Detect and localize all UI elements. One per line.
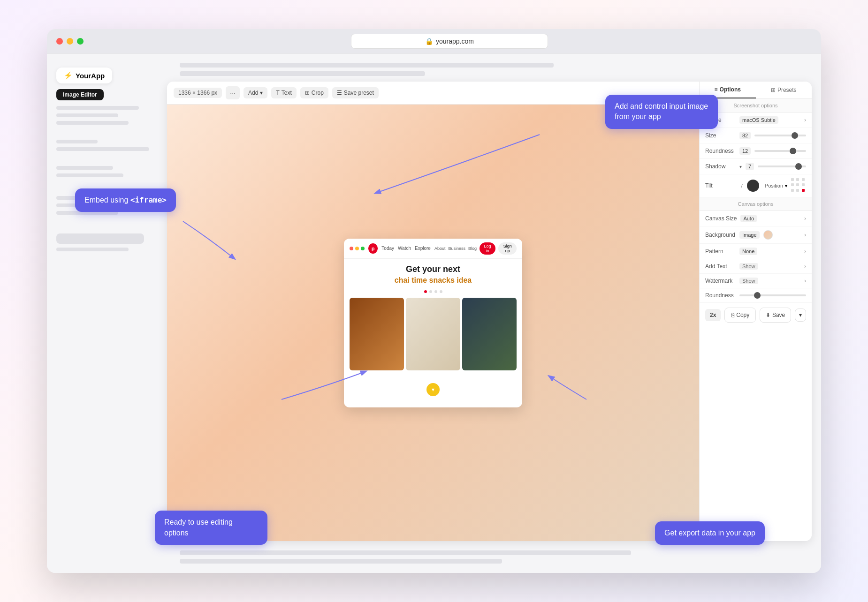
add-text-chevron[interactable]: ›: [804, 263, 806, 270]
indicator-dot: [440, 290, 442, 293]
scale-badge[interactable]: 2x: [705, 309, 721, 321]
save-dropdown-button[interactable]: ▾: [795, 309, 806, 322]
tilt-value: 7: [740, 183, 743, 188]
address-bar[interactable]: 🔒 yourapp.com: [351, 34, 548, 49]
top-placeholder: [167, 63, 812, 76]
size-row: Size 82: [700, 128, 812, 143]
options-panel: ≡ Options ⊞ Presets Screenshot options F…: [699, 82, 812, 541]
browser-window: 🔒 yourapp.com ⚡ YourApp Image Editor: [47, 29, 821, 573]
placeholder-line: [180, 550, 631, 555]
nav-link-explore: Explore: [415, 246, 431, 251]
editor-container: 1336 × 1366 px ··· Add ▾ T Text: [167, 82, 812, 541]
position-chevron[interactable]: ▾: [785, 183, 787, 188]
sidebar-line: [56, 173, 123, 177]
pos-dot: [802, 178, 805, 181]
final-roundness-slider[interactable]: [739, 294, 806, 296]
browser-titlebar: 🔒 yourapp.com: [47, 29, 821, 53]
pinterest-title: Get your next: [350, 264, 517, 274]
add-text-label: Add Text: [705, 263, 736, 270]
pinterest-subtitle: chai time snacks idea: [350, 276, 517, 285]
pinterest-nav-links: Today Watch Explore: [381, 246, 431, 251]
sidebar-badge[interactable]: Image Editor: [56, 89, 104, 100]
roundness-value: 12: [739, 147, 751, 155]
background-swatch[interactable]: [763, 230, 773, 240]
tilt-toggle[interactable]: [747, 180, 759, 192]
add-text-row: Add Text Show ›: [700, 259, 812, 274]
position-grid[interactable]: [791, 178, 806, 193]
crop-button[interactable]: ⊞ Crop: [300, 87, 328, 98]
size-label: Size: [705, 132, 736, 139]
embed-tooltip: Embed using <iframe>: [75, 188, 176, 212]
pos-dot: [791, 189, 794, 192]
traffic-light-green[interactable]: [77, 38, 84, 45]
watermark-show: Show: [739, 278, 758, 284]
pos-dot: [802, 183, 805, 186]
canvas-size-value: Auto: [740, 215, 757, 222]
editing-tooltip: Ready to use editing options: [155, 511, 267, 545]
pos-dot: [791, 178, 794, 181]
blog-link: Blog: [468, 246, 477, 251]
background-row: Background Image ›: [700, 226, 812, 244]
final-roundness-label: Roundness: [705, 292, 736, 299]
position-control: Position ▾: [765, 183, 787, 188]
sidebar-line: [56, 147, 149, 151]
url-text: yourapp.com: [436, 38, 474, 45]
app-name: YourApp: [76, 72, 105, 80]
shadow-chevron[interactable]: ▾: [739, 164, 742, 169]
roundness-slider[interactable]: [754, 150, 806, 152]
size-slider-thumb[interactable]: [792, 132, 798, 139]
tilt-row: Tilt 7 Position ▾: [700, 174, 812, 197]
main-area: 1336 × 1366 px ··· Add ▾ T Text: [167, 63, 812, 564]
canvas-size-text: 1336 × 1366: [178, 90, 210, 96]
tab-presets[interactable]: ⊞ Presets: [756, 82, 812, 98]
roundness-slider-thumb[interactable]: [790, 148, 796, 154]
pos-dot: [796, 183, 799, 186]
save-preset-button[interactable]: ☰ Save preset: [332, 87, 379, 98]
signup-button[interactable]: Sign up: [498, 242, 517, 255]
pattern-row: Pattern None ›: [700, 244, 812, 259]
frame-chevron[interactable]: ›: [804, 117, 806, 123]
pinterest-nav: p Today Watch Explore About Business Blo…: [344, 239, 522, 259]
shadow-slider-thumb[interactable]: [795, 163, 802, 170]
shadow-slider[interactable]: [758, 166, 806, 167]
dots-indicator: [350, 290, 517, 293]
size-slider[interactable]: [754, 135, 806, 136]
presets-icon: ⊞: [771, 87, 776, 93]
pattern-value: None: [739, 248, 757, 255]
final-roundness-thumb[interactable]: [754, 292, 761, 299]
more-options-button[interactable]: ···: [226, 86, 240, 99]
watermark-chevron[interactable]: ›: [804, 278, 806, 284]
options-icon: ≡: [715, 86, 718, 93]
pattern-chevron[interactable]: ›: [804, 248, 806, 255]
sidebar-line: [56, 166, 113, 170]
dot-red: [350, 247, 353, 250]
options-tabs: ≡ Options ⊞ Presets: [700, 82, 812, 99]
copy-icon: ⎘: [731, 312, 734, 318]
add-button[interactable]: Add ▾: [244, 87, 267, 98]
add-text-show: Show: [739, 263, 758, 270]
pos-dot: [796, 178, 799, 181]
roundness-row: Roundness 12: [700, 143, 812, 159]
login-button[interactable]: Log in: [480, 242, 495, 255]
sidebar: ⚡ YourApp Image Editor: [56, 63, 160, 564]
traffic-light-yellow[interactable]: [67, 38, 73, 45]
copy-button[interactable]: ⎘ Copy: [724, 308, 756, 323]
placeholder-line: [180, 63, 554, 68]
indicator-dot: [429, 290, 432, 293]
background-chevron[interactable]: ›: [804, 232, 806, 238]
sidebar-line: [56, 106, 139, 110]
traffic-light-red[interactable]: [56, 38, 63, 45]
about-link: About: [434, 246, 446, 251]
canvas-size-chevron[interactable]: ›: [804, 215, 806, 222]
final-roundness-row: Roundness: [700, 288, 812, 303]
canvas-size-unit: px: [211, 90, 217, 96]
text-icon: T: [276, 90, 279, 96]
sidebar-line: [56, 248, 129, 251]
text-button[interactable]: T Text: [271, 87, 296, 98]
pinterest-nav-right: About Business Blog Log in Sign up: [434, 242, 517, 255]
app-logo[interactable]: ⚡ YourApp: [56, 68, 112, 83]
frame-value: macOS Subtle: [739, 116, 778, 124]
tilt-label: Tilt: [705, 182, 736, 189]
save-button[interactable]: ⬇ Save: [760, 308, 791, 323]
shadow-label: Shadow: [705, 163, 736, 170]
